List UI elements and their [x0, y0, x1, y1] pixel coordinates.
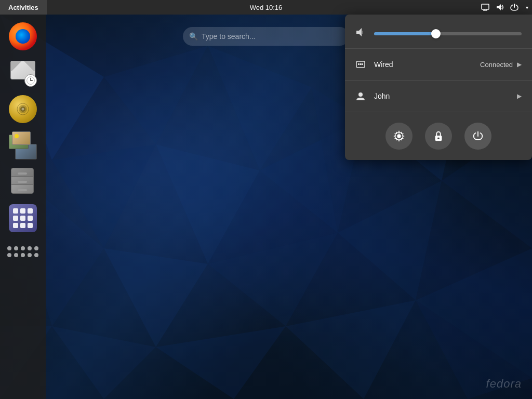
grid-dots [13, 208, 33, 228]
files-icon [11, 168, 35, 196]
volume-icon [355, 27, 368, 40]
user-label: John [370, 92, 517, 100]
svg-marker-32 [356, 28, 362, 36]
svg-marker-15 [156, 326, 286, 399]
system-menu-popup: Wired Connected ▶ John ▶ [345, 15, 532, 160]
menu-divider-1 [345, 48, 532, 49]
svg-rect-40 [437, 138, 440, 139]
user-arrow: ▶ [517, 92, 522, 100]
topbar-right-controls: ▾ [478, 0, 532, 15]
svg-marker-16 [286, 300, 416, 399]
firefox-icon [9, 22, 37, 50]
search-icon: 🔍 [189, 32, 198, 41]
search-bar: 🔍 [183, 27, 349, 46]
svg-rect-20 [482, 4, 489, 9]
wired-menu-item[interactable]: Wired Connected ▶ [345, 53, 532, 76]
volume-row [345, 23, 532, 44]
svg-rect-35 [358, 63, 360, 65]
dock-app-dots [3, 242, 43, 261]
power-button[interactable] [464, 123, 491, 150]
photos-icon [9, 131, 37, 159]
volume-topbar-icon[interactable] [493, 0, 507, 15]
wired-arrow: ▶ [517, 61, 522, 68]
appgrid-icon [9, 204, 37, 232]
screen-icon[interactable] [478, 0, 493, 15]
dock-item-photos[interactable] [6, 129, 39, 162]
menu-actions [345, 116, 532, 152]
dock-item-email[interactable] [6, 56, 39, 89]
svg-point-31 [22, 108, 24, 111]
dock-item-speaker[interactable] [6, 92, 39, 126]
wired-label: Wired [370, 60, 480, 69]
svg-marker-2 [208, 46, 312, 170]
dock-item-appgrid[interactable] [6, 202, 39, 235]
user-menu-item[interactable]: John ▶ [345, 85, 532, 108]
speaker-icon [9, 95, 37, 123]
volume-thumb[interactable] [431, 29, 441, 38]
clock-badge [24, 74, 37, 87]
settings-button[interactable] [385, 123, 413, 150]
dock [0, 15, 46, 399]
topbar: Activities Wed 10:16 [0, 0, 532, 15]
system-menu-arrow[interactable]: ▾ [522, 0, 532, 15]
mail-icon [9, 59, 37, 87]
wired-icon [355, 59, 370, 70]
svg-rect-36 [360, 63, 362, 65]
svg-marker-24 [497, 4, 501, 10]
lock-button[interactable] [425, 123, 452, 150]
menu-divider-2 [345, 80, 532, 81]
search-input[interactable] [183, 27, 349, 46]
wired-status: Connected [480, 61, 513, 69]
fedora-watermark: fedora [486, 377, 522, 391]
volume-fill [374, 32, 436, 35]
svg-marker-1 [104, 46, 208, 144]
svg-marker-14 [52, 326, 156, 399]
svg-marker-11 [338, 181, 442, 300]
topbar-clock: Wed 10:16 [250, 4, 283, 11]
svg-point-38 [358, 92, 363, 97]
svg-marker-9 [104, 248, 208, 347]
power-topbar-icon[interactable] [507, 0, 522, 15]
user-icon [355, 91, 370, 101]
menu-divider-3 [345, 112, 532, 112]
dock-item-files[interactable] [6, 165, 39, 198]
dock-item-firefox[interactable] [6, 20, 39, 53]
svg-rect-37 [362, 63, 363, 65]
activities-button[interactable]: Activities [0, 0, 47, 15]
volume-slider[interactable] [374, 32, 522, 35]
